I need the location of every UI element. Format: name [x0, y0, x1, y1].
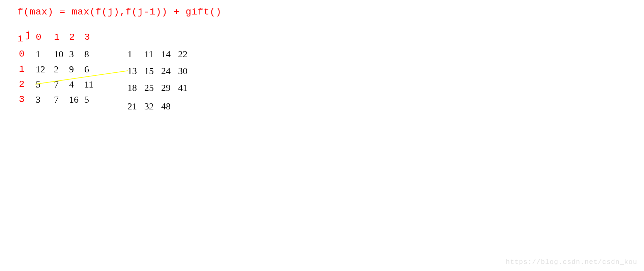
right-cell: 29	[161, 82, 171, 93]
right-cell: 32	[144, 101, 154, 112]
left-cell: 1	[36, 49, 40, 60]
left-cell: 5	[84, 94, 89, 105]
i-header-3: 3	[19, 94, 25, 105]
left-cell: 5	[36, 79, 40, 90]
left-cell: 12	[36, 64, 45, 75]
j-header-2: 2	[69, 32, 75, 42]
watermark-text: https://blog.csdn.net/csdn_kou	[506, 258, 637, 266]
left-cell: 9	[69, 64, 74, 75]
right-cell: 25	[144, 82, 154, 93]
left-cell: 2	[54, 64, 59, 75]
left-cell: 11	[84, 79, 93, 90]
left-cell: 3	[69, 49, 74, 60]
right-cell: 14	[161, 49, 171, 60]
right-cell: 41	[178, 82, 187, 93]
formula-text: f(max) = max(f(j),f(j-1)) + gift()	[18, 7, 222, 17]
left-cell: 6	[84, 64, 89, 75]
j-header-1: 1	[54, 32, 60, 42]
j-header-0: 0	[36, 32, 41, 42]
axis-label-i: i	[18, 34, 23, 44]
annotation-line	[0, 0, 644, 271]
right-cell: 30	[178, 66, 187, 76]
j-header-3: 3	[84, 32, 90, 42]
left-cell: 7	[54, 94, 59, 105]
right-cell: 15	[144, 66, 154, 76]
right-cell: 24	[161, 66, 171, 76]
right-cell: 22	[178, 49, 187, 60]
right-cell: 11	[144, 49, 153, 60]
i-header-0: 0	[19, 49, 25, 59]
left-cell: 3	[36, 94, 40, 105]
left-cell: 7	[54, 79, 59, 90]
left-cell: 8	[84, 49, 89, 60]
svg-line-0	[35, 71, 128, 84]
right-cell: 13	[127, 66, 137, 76]
i-header-2: 2	[19, 79, 25, 90]
right-cell: 18	[127, 82, 137, 93]
right-cell: 48	[161, 101, 171, 112]
axis-label-j: j	[25, 30, 31, 40]
left-cell: 16	[69, 94, 79, 105]
left-cell: 10	[54, 49, 63, 60]
left-cell: 4	[69, 79, 74, 90]
i-header-1: 1	[19, 64, 25, 74]
right-cell: 1	[127, 49, 132, 60]
right-cell: 21	[127, 101, 137, 112]
